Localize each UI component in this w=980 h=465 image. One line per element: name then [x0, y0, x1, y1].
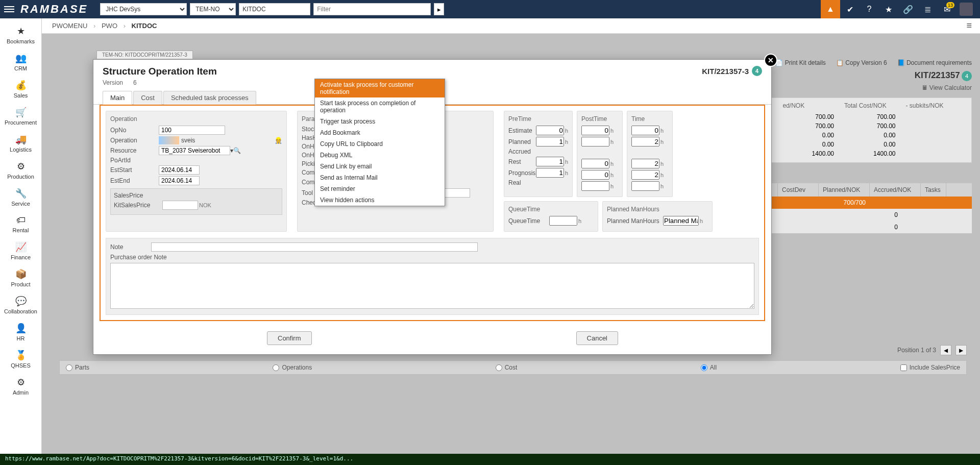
- pager-next-button[interactable]: ►: [955, 345, 967, 355]
- pre-planned-input[interactable]: [536, 137, 564, 146]
- post-rest-input[interactable]: [581, 159, 609, 168]
- help-icon[interactable]: ?: [860, 0, 879, 18]
- confirm-button[interactable]: Confirm: [267, 331, 312, 345]
- nav-icon: 💬: [15, 296, 27, 307]
- queuetime-input[interactable]: [549, 216, 577, 226]
- company-select[interactable]: JHC DevSys: [100, 3, 187, 15]
- kitdoc-input[interactable]: [239, 3, 310, 15]
- estend-input[interactable]: [159, 176, 200, 185]
- time-planned-input[interactable]: [631, 137, 659, 146]
- post-estimate-input[interactable]: [581, 126, 609, 135]
- pager-prev-button[interactable]: ◄: [940, 345, 951, 355]
- opno-input[interactable]: [159, 126, 225, 135]
- pre-estimate-input[interactable]: [536, 126, 564, 135]
- context-menu-item[interactable]: Add Bookmark: [315, 127, 445, 138]
- print-kit-link[interactable]: 📄 Print Kit details: [775, 59, 825, 66]
- time-real-input[interactable]: [631, 181, 659, 191]
- eststart-input[interactable]: [159, 165, 200, 175]
- pre-rest-input[interactable]: [536, 157, 564, 166]
- notes-section: Note Purchase order Note: [106, 238, 759, 315]
- modal-tab-label[interactable]: TEM-NO: KITDOCOPRITM/221357-3: [96, 51, 193, 59]
- copy-version-link[interactable]: 📋 Copy Version 6: [836, 59, 887, 66]
- context-menu-item[interactable]: Activate task process for customer notif…: [315, 79, 445, 97]
- mail-icon[interactable]: ✉13: [937, 0, 957, 18]
- filter-input[interactable]: [313, 3, 431, 15]
- nav-icon: 🏷: [16, 215, 26, 226]
- tab-cost[interactable]: Cost: [133, 91, 162, 105]
- sidebar-item-bookmarks[interactable]: ★Bookmarks: [0, 21, 41, 48]
- sidebar-item-service[interactable]: 🔧Service: [0, 184, 41, 211]
- context-menu-item[interactable]: Copy URL to Clipboard: [315, 138, 445, 150]
- post-real-input[interactable]: [581, 181, 609, 191]
- link-icon[interactable]: 🔗: [898, 0, 918, 18]
- sidebar-item-sales[interactable]: 💰Sales: [0, 76, 41, 103]
- alert-icon[interactable]: ▲: [821, 0, 840, 18]
- nav-icon: ⚙: [17, 161, 25, 172]
- radio-all[interactable]: All: [701, 364, 717, 371]
- status-bar: https://www.rambase.net/App?doc=KITDOCOP…: [0, 454, 980, 465]
- manhours-input[interactable]: [663, 216, 699, 226]
- sidebar-item-production[interactable]: ⚙Production: [0, 157, 41, 184]
- resource-input[interactable]: [159, 146, 230, 155]
- ponote-textarea[interactable]: [110, 263, 754, 309]
- menu-toggle-icon[interactable]: [4, 5, 14, 14]
- operation-pick-icon[interactable]: 👷: [275, 137, 282, 144]
- bg-doc-id: KIT/221357: [915, 70, 960, 80]
- pre-prognosis-input[interactable]: [536, 168, 564, 178]
- sidebar-item-collaboration[interactable]: 💬Collaboration: [0, 291, 41, 319]
- context-menu-item[interactable]: Debug XML: [315, 150, 445, 161]
- post-planned-input[interactable]: [581, 137, 609, 146]
- cancel-button[interactable]: Cancel: [576, 331, 618, 345]
- post-prognosis-input[interactable]: [581, 170, 609, 180]
- time-rest-input[interactable]: [631, 159, 659, 168]
- nav-icon: 🛒: [15, 107, 27, 118]
- page-menu-icon[interactable]: ≡: [966, 20, 972, 31]
- radio-parts[interactable]: Parts: [66, 364, 89, 371]
- radio-cost[interactable]: Cost: [496, 364, 518, 371]
- context-menu-item[interactable]: Start task process on completion of oper…: [315, 97, 445, 116]
- sidebar-item-product[interactable]: 📦Product: [0, 264, 41, 291]
- list-icon[interactable]: ≣: [918, 0, 937, 18]
- nav-label: Rental: [13, 227, 29, 233]
- sidebar-item-admin[interactable]: ⚙Admin: [0, 373, 41, 400]
- context-menu-item[interactable]: Trigger task process: [315, 116, 445, 127]
- context-menu-item[interactable]: Set reminder: [315, 183, 445, 194]
- sidebar-item-hr[interactable]: 👤HR: [0, 319, 41, 346]
- doc-req-link[interactable]: 📘 Document requirements: [897, 59, 972, 66]
- kitsalesprice-input[interactable]: [162, 201, 198, 210]
- context-menu-item[interactable]: View hidden actions: [315, 194, 445, 206]
- nav-icon: 🔧: [15, 188, 27, 199]
- user-avatar[interactable]: [960, 3, 973, 16]
- crumb[interactable]: PWO: [102, 22, 117, 30]
- sidebar-item-rental[interactable]: 🏷Rental: [0, 211, 41, 237]
- time-prognosis-input[interactable]: [631, 170, 659, 180]
- tab-scheduled[interactable]: Scheduled task processes: [163, 91, 256, 105]
- operation-icon: [159, 136, 179, 144]
- pretime-section: PreTime Estimateh Plannedh Accrued Resth…: [504, 111, 573, 197]
- crumb[interactable]: PWOMENU: [52, 22, 87, 30]
- sidebar-item-logistics[interactable]: 🚚Logistics: [0, 130, 41, 157]
- check-icon[interactable]: ✔: [840, 0, 860, 18]
- modal-close-button[interactable]: ✕: [764, 54, 777, 67]
- sidebar-item-procurement[interactable]: 🛒Procurement: [0, 103, 41, 130]
- operation-value: sveis: [181, 137, 195, 144]
- nav-label: Sales: [14, 92, 28, 99]
- checkbox-include-salesprice[interactable]: Include SalesPrice: [900, 364, 960, 371]
- context-menu-item[interactable]: Send Link by email: [315, 161, 445, 172]
- tab-main[interactable]: Main: [103, 91, 132, 105]
- left-sidebar: ★Bookmarks👥CRM💰Sales🛒Procurement🚚Logisti…: [0, 18, 42, 465]
- tem-select[interactable]: TEM-NO: [190, 3, 236, 15]
- time-estimate-input[interactable]: [631, 126, 659, 135]
- search-icon[interactable]: 🔍: [233, 147, 241, 154]
- modal-doc-id: KIT/221357-3: [702, 67, 749, 76]
- star-icon[interactable]: ★: [879, 0, 898, 18]
- filter-go-button[interactable]: ▸: [434, 3, 444, 15]
- sidebar-item-finance[interactable]: 📈Finance: [0, 237, 41, 264]
- context-menu-item[interactable]: Send as Internal Mail: [315, 172, 445, 183]
- context-menu: Activate task process for customer notif…: [314, 79, 445, 206]
- note-input[interactable]: [151, 242, 478, 252]
- sidebar-item-crm[interactable]: 👥CRM: [0, 48, 41, 76]
- nav-label: Collaboration: [4, 308, 37, 314]
- sidebar-item-qhses[interactable]: 🏅QHSES: [0, 346, 41, 373]
- radio-operations[interactable]: Operations: [273, 364, 312, 371]
